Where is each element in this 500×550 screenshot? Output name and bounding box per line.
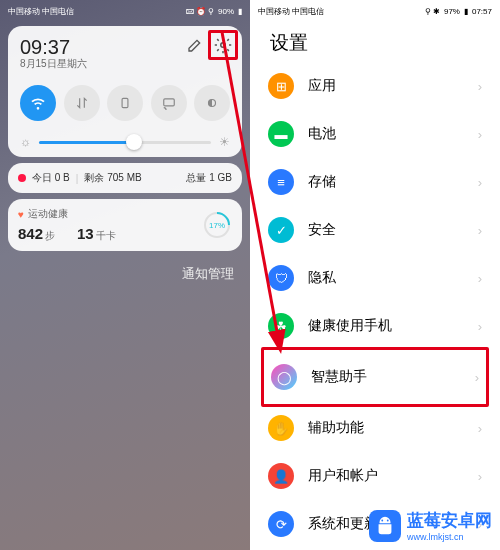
svg-point-5 (381, 519, 383, 521)
svg-rect-1 (122, 98, 128, 107)
svg-rect-2 (163, 99, 174, 106)
data-toggle[interactable] (64, 85, 100, 121)
item-label: 智慧助手 (311, 368, 461, 386)
item-label: 辅助功能 (308, 419, 464, 437)
quick-settings-panel: 09:37 8月15日星期六 ☼ ☀ (8, 26, 242, 157)
chevron-right-icon: › (478, 319, 482, 334)
status-bar-right: 中国移动 中国电信 ⚲ ✱ 97% ▮ 07:57 (250, 0, 500, 20)
data-usage-card[interactable]: 今日 0 B | 剩余 705 MB 总量 1 GB (8, 163, 242, 193)
battery-icon: ▬ (268, 121, 294, 147)
account-icon: 👤 (268, 463, 294, 489)
quick-settings-phone: 中国移动 中国电信 🖂 ⏰ ⚲ 90% ▮ 09:37 8月15日星期六 (0, 0, 250, 550)
list-item-storage[interactable]: ≡存储› (264, 158, 486, 206)
page-title: 设置 (250, 20, 500, 62)
battery-text-r: 97% (444, 7, 460, 16)
svg-point-6 (387, 519, 389, 521)
kcal-value: 13 (77, 225, 94, 242)
battery-text: 90% (218, 7, 234, 16)
health-icon: ☘ (268, 313, 294, 339)
data-today: 今日 0 B (32, 171, 70, 185)
steps-unit: 步 (45, 230, 55, 241)
chevron-right-icon: › (478, 469, 482, 484)
watermark: 蓝莓安卓网 www.lmkjst.cn (369, 509, 492, 542)
health-title: 运动健康 (28, 207, 68, 221)
data-dot-icon (18, 174, 26, 182)
edit-icon[interactable] (186, 36, 204, 54)
item-label: 隐私 (308, 269, 464, 287)
update-icon: ⟳ (268, 511, 294, 537)
item-label: 存储 (308, 173, 464, 191)
steps-value: 842 (18, 225, 43, 242)
list-item-assistant[interactable]: ◯智慧助手› (261, 347, 489, 407)
accessibility-icon: ✋ (268, 415, 294, 441)
security-icon: ✓ (268, 217, 294, 243)
chevron-right-icon: › (478, 271, 482, 286)
chevron-right-icon: › (475, 370, 479, 385)
date-text: 8月15日星期六 (20, 57, 230, 71)
settings-list: ⊞应用›▬电池›≡存储›✓安全›🛡隐私›☘健康使用手机›◯智慧助手›✋辅助功能›… (250, 62, 500, 548)
cast-toggle[interactable] (151, 85, 187, 121)
chevron-right-icon: › (478, 127, 482, 142)
carrier-text: 中国移动 中国电信 (8, 6, 74, 17)
list-item-health[interactable]: ☘健康使用手机› (264, 302, 486, 350)
item-label: 用户和帐户 (308, 467, 464, 485)
time-text-r: 07:57 (472, 7, 492, 16)
list-item-accessibility[interactable]: ✋辅助功能› (264, 404, 486, 452)
sun-low-icon: ☼ (20, 135, 31, 149)
dark-toggle[interactable] (194, 85, 230, 121)
apps-icon: ⊞ (268, 73, 294, 99)
battery-icon-r: ▮ (464, 7, 468, 16)
battery-icon: ▮ (238, 7, 242, 16)
notification-management-link[interactable]: 通知管理 (0, 257, 250, 291)
item-label: 安全 (308, 221, 464, 239)
watermark-logo-icon (369, 510, 401, 542)
carrier-text-r: 中国移动 中国电信 (258, 6, 324, 17)
chevron-right-icon: › (478, 175, 482, 190)
heart-icon: ♥ (18, 209, 24, 220)
status-icons-r: ⚲ ✱ (425, 7, 440, 16)
data-remaining: 剩余 705 MB (84, 171, 141, 185)
wifi-toggle[interactable] (20, 85, 56, 121)
list-item-battery[interactable]: ▬电池› (264, 110, 486, 158)
watermark-text: 蓝莓安卓网 (407, 509, 492, 532)
rotate-toggle[interactable] (107, 85, 143, 121)
health-card[interactable]: ♥ 运动健康 842步 13千卡 17% (8, 199, 242, 251)
data-total: 总量 1 GB (186, 171, 232, 185)
assistant-icon: ◯ (271, 364, 297, 390)
progress-ring: 17% (204, 212, 230, 238)
privacy-icon: 🛡 (268, 265, 294, 291)
sun-high-icon: ☀ (219, 135, 230, 149)
chevron-right-icon: › (478, 79, 482, 94)
list-item-account[interactable]: 👤用户和帐户› (264, 452, 486, 500)
list-item-privacy[interactable]: 🛡隐私› (264, 254, 486, 302)
status-icons: 🖂 ⏰ ⚲ (186, 7, 214, 16)
brightness-slider[interactable]: ☼ ☀ (20, 135, 230, 149)
toggle-row (20, 85, 230, 121)
kcal-unit: 千卡 (96, 230, 116, 241)
storage-icon: ≡ (268, 169, 294, 195)
item-label: 健康使用手机 (308, 317, 464, 335)
list-item-apps[interactable]: ⊞应用› (264, 62, 486, 110)
item-label: 应用 (308, 77, 464, 95)
status-bar-left: 中国移动 中国电信 🖂 ⏰ ⚲ 90% ▮ (0, 0, 250, 20)
watermark-sub: www.lmkjst.cn (407, 532, 492, 542)
list-item-security[interactable]: ✓安全› (264, 206, 486, 254)
chevron-right-icon: › (478, 223, 482, 238)
item-label: 电池 (308, 125, 464, 143)
settings-phone: 中国移动 中国电信 ⚲ ✱ 97% ▮ 07:57 设置 ⊞应用›▬电池›≡存储… (250, 0, 500, 550)
chevron-right-icon: › (478, 421, 482, 436)
settings-gear-icon[interactable] (214, 36, 232, 54)
svg-point-0 (221, 43, 226, 48)
